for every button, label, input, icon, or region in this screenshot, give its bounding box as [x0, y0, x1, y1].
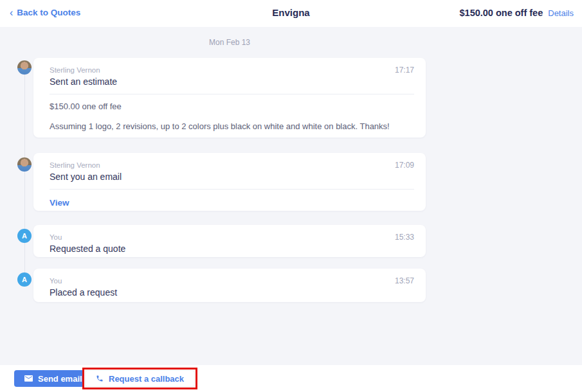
- details-link[interactable]: Details: [548, 8, 574, 18]
- event-card-estimate: Sterling Vernon 17:17 Sent an estimate $…: [33, 58, 426, 138]
- event-title: Requested a quote: [50, 244, 414, 254]
- event-title: Placed a request: [50, 287, 414, 298]
- event-card-placed-request: You 13:57 Placed a request: [33, 269, 426, 302]
- request-callback-button[interactable]: Request a callback: [85, 370, 195, 387]
- view-email-link[interactable]: View: [50, 198, 69, 208]
- sender-name: Sterling Vernon: [50, 161, 100, 169]
- event-time: 17:17: [395, 66, 414, 75]
- send-email-label: Send email: [38, 374, 82, 384]
- event-card-quote-request: You 15:33 Requested a quote: [33, 225, 426, 257]
- phone-icon: [96, 375, 104, 382]
- event-title: Sent you an email: [50, 172, 414, 182]
- header-bar: ‹ Back to Quotes Envigna $150.00 one off…: [0, 0, 582, 27]
- sender-name: You: [50, 277, 62, 285]
- card-divider: [50, 189, 414, 190]
- action-footer: Send email Request a callback: [0, 365, 582, 392]
- date-separator: Mon Feb 13: [33, 38, 426, 47]
- avatar-sterling-vernon: [17, 60, 32, 75]
- event-time: 13:57: [395, 276, 414, 285]
- avatar-you: A: [17, 272, 32, 287]
- sender-name: You: [50, 233, 62, 241]
- event-time: 15:33: [395, 233, 414, 242]
- avatar-sterling-vernon: [17, 157, 32, 172]
- card-divider: [50, 94, 414, 94]
- envelope-icon: [24, 375, 33, 382]
- event-card-email: Sterling Vernon 17:09 Sent you an email …: [33, 153, 426, 211]
- conversation-timeline: Mon Feb 13 A A Sterling Vernon 17:17 Sen…: [0, 27, 582, 365]
- fee-summary-text: $150.00 one off fee: [460, 8, 543, 18]
- event-title: Sent an estimate: [50, 76, 414, 87]
- timeline-connector-line: [24, 67, 25, 280]
- annotation-highlight-box: Request a callback: [82, 368, 197, 389]
- estimate-note-line: Assuming 1 logo, 2 revisions, up to 2 co…: [50, 121, 414, 131]
- header-fee-area: $150.00 one off fee Details: [460, 8, 574, 18]
- send-email-button[interactable]: Send email: [14, 370, 93, 387]
- request-callback-label: Request a callback: [109, 374, 184, 384]
- estimate-fee-line: $150.00 one off fee: [50, 102, 414, 111]
- avatar-you: A: [17, 229, 32, 243]
- sender-name: Sterling Vernon: [50, 66, 100, 74]
- event-time: 17:09: [395, 161, 414, 170]
